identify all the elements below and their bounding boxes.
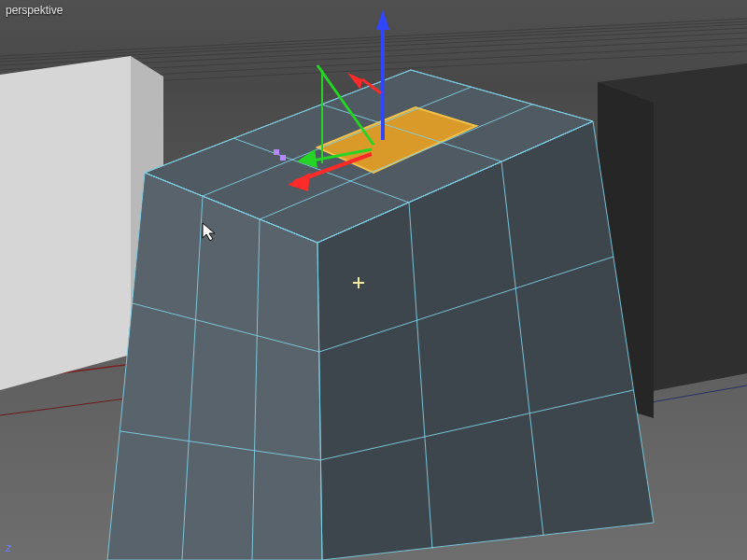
- 3d-viewport[interactable]: perspektive z: [0, 0, 747, 560]
- svg-marker-15: [0, 56, 131, 390]
- axis-label-z: z: [6, 541, 11, 554]
- svg-rect-46: [280, 155, 286, 161]
- viewport-canvas[interactable]: [0, 0, 747, 560]
- gizmo-plane-handle[interactable]: [274, 149, 279, 155]
- viewport-title: perspektive: [6, 4, 63, 17]
